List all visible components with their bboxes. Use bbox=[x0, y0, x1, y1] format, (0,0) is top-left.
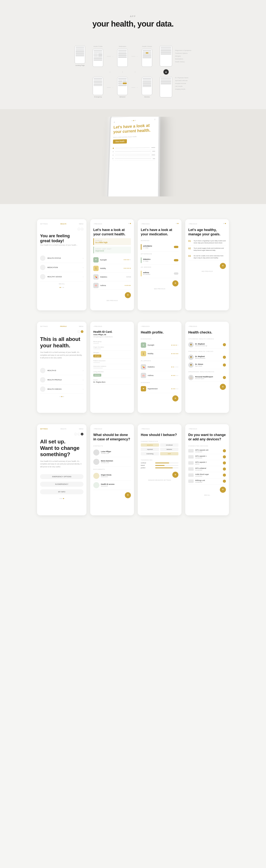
id-patient-doc: Patient Document bbox=[93, 359, 131, 364]
nav-menu[interactable]: MENU bbox=[79, 223, 83, 225]
tag-talkative[interactable]: talkative bbox=[160, 448, 178, 451]
emergency-options-btn[interactable]: EMERGENCY OPTIONS bbox=[40, 474, 83, 479]
nav-health[interactable]: HEALTH bbox=[60, 223, 66, 225]
devices-list-label: CONNECTED DEVICES bbox=[188, 445, 226, 447]
wf-connector-3: → bbox=[107, 87, 113, 89]
home-menu-medication[interactable]: MEDICATION › bbox=[40, 263, 83, 272]
section-divider-2 bbox=[0, 196, 266, 204]
add-profile-btn[interactable]: + bbox=[172, 395, 178, 401]
add-emerg-btn[interactable]: + bbox=[125, 492, 131, 498]
patient-name: Anne Pfliger, 65 bbox=[93, 334, 131, 336]
id-nav-back[interactable]: ‹ PREVIOUS bbox=[93, 326, 102, 327]
check-previous-2: 👨‍⚕️ Dr. Simon Eye check › bbox=[188, 361, 226, 369]
add-checks-btn[interactable]: + bbox=[220, 384, 226, 390]
health-nav-back[interactable]: ‹ PREVIOUS bbox=[93, 223, 102, 225]
add-goal-btn[interactable]: + bbox=[220, 263, 226, 269]
med-screen-title: Let's have a look atyour medication. bbox=[141, 228, 178, 237]
bar-fill-confuse bbox=[155, 463, 169, 463]
check-upcoming-1: 👨‍⚕️ Dr. Meghani General check-up › bbox=[188, 341, 226, 349]
device-arrow-6[interactable]: › bbox=[223, 479, 226, 483]
id-allergies: Allergies allergies bbox=[93, 350, 131, 359]
home-menu-advice[interactable]: HEALTHY ADVICE › bbox=[40, 272, 83, 281]
profile-link-profile[interactable]: HEALTH PROFILE › bbox=[40, 375, 83, 384]
tag-assertive[interactable]: assertive bbox=[141, 443, 159, 446]
profile-link-checks[interactable]: HEALTH CHECKS › bbox=[40, 384, 83, 394]
profile-hypertension-icon: ❤ bbox=[141, 386, 146, 392]
check-arrow-1[interactable]: › bbox=[223, 343, 226, 346]
devices-screen-card: ‹ PREVIOUS Do you want to change or add … bbox=[185, 424, 229, 515]
wf-label-landing: Landing Page bbox=[75, 65, 85, 66]
add-device-btn[interactable]: + bbox=[220, 487, 226, 493]
tag-brief[interactable]: brief bbox=[160, 452, 178, 455]
behavior-nav-back[interactable]: ‹ PREVIOUS bbox=[141, 428, 150, 430]
settings-nav-health[interactable]: HEALTH bbox=[60, 428, 66, 430]
check-arrow-2[interactable]: › bbox=[223, 356, 226, 359]
status-indicator: STATUS is a little high bbox=[93, 238, 131, 245]
id-card-screen: ‹ PREVIOUS Health ID Card. Anne Pfliger,… bbox=[90, 322, 134, 413]
profile-eyesight-icon: 👁 bbox=[141, 342, 146, 348]
behavior-inner: ‹ PREVIOUS How should I behave? CHARACTE… bbox=[138, 424, 181, 485]
checks-nav-back[interactable]: ‹ PREVIOUS bbox=[188, 326, 197, 327]
home-greeting: You are feelinggreat today! bbox=[40, 234, 83, 243]
bar-label-brand: brand bbox=[141, 464, 154, 466]
device-gps-unit: GPS capsule unit connected › bbox=[188, 448, 226, 454]
med-nav-back[interactable]: ‹ PREVIOUS bbox=[141, 223, 150, 225]
device-arrow-4[interactable]: › bbox=[223, 467, 226, 470]
health-profile-inner: ‹ PREVIOUS Health profile. DIAGNOSES 👁 E… bbox=[138, 322, 181, 405]
in-emergency-btn[interactable]: IN EMERGENCY bbox=[40, 482, 83, 487]
device-arrow-5[interactable]: › bbox=[223, 473, 226, 476]
med-toggle-2[interactable] bbox=[174, 259, 178, 261]
health-status-arrow: › bbox=[83, 257, 83, 259]
device-info-3: GPS capsule 2 paired bbox=[195, 461, 221, 465]
phone-action-btn[interactable]: View Health bbox=[113, 139, 127, 144]
device-arrow-1[interactable]: › bbox=[223, 449, 226, 452]
profile-page-dots: 1 2 bbox=[40, 330, 83, 333]
section-divider-1 bbox=[0, 109, 266, 117]
tag-emotional[interactable]: emotional bbox=[160, 443, 178, 446]
profile-nav-settings[interactable]: SETTINGS bbox=[40, 326, 48, 327]
diabetics-status: normal bbox=[126, 276, 131, 278]
med-toggle-1[interactable] bbox=[174, 246, 178, 248]
nav-settings[interactable]: SETTINGS bbox=[40, 223, 48, 225]
add-med-btn[interactable]: + bbox=[172, 280, 178, 286]
wf-label-behavior: Behavior bbox=[119, 96, 126, 98]
home-menu-health-status[interactable]: HEALTH STATUS › bbox=[40, 254, 83, 263]
profile-mobility-stars: ★★★★★ bbox=[171, 353, 178, 354]
tag-reported[interactable]: reported bbox=[141, 448, 159, 451]
add-health-btn[interactable]: + bbox=[125, 292, 131, 298]
goal-2: 02 Try to avoid sugary foods and medicin… bbox=[188, 246, 226, 253]
profile-asthma-label: Asthma bbox=[148, 374, 170, 376]
id-link-label: HEALTH ID bbox=[47, 370, 81, 371]
phone-banner: ◀ ☰ Let's have a look atyour current hea… bbox=[0, 117, 266, 196]
medication-label: MEDICATION bbox=[47, 267, 81, 269]
profile-big-title: This is all aboutyour health. bbox=[40, 336, 83, 349]
device-arrow-2[interactable]: › bbox=[223, 455, 226, 458]
id-nav: ‹ PREVIOUS bbox=[93, 326, 131, 327]
wf-phone-emergency bbox=[93, 77, 103, 95]
med-name-1: amlodipine bbox=[143, 245, 172, 247]
profile-link-id[interactable]: HEALTH ID › bbox=[40, 366, 83, 375]
goals-screen-title: Let's age healthy,manage your goals. bbox=[188, 228, 226, 237]
settings-nav-settings[interactable]: SETTINGS bbox=[40, 428, 48, 430]
add-behavior-btn[interactable]: + bbox=[172, 472, 178, 478]
screens-row-1: SETTINGS HEALTH MENU 1 2 You are feeling… bbox=[11, 219, 255, 310]
tag-examining[interactable]: examining bbox=[141, 452, 159, 455]
settings-nav-menu[interactable]: MENU bbox=[79, 428, 83, 430]
upcoming-label: UPCOMING HEALTH CHECKS bbox=[188, 338, 226, 340]
my-info-btn[interactable]: MY INFO bbox=[40, 489, 83, 494]
profile-nav-active[interactable]: PROFILE bbox=[60, 326, 67, 327]
emerg-nav-back[interactable]: ‹ PREVIOUS bbox=[93, 428, 102, 430]
med-toggle-3[interactable] bbox=[174, 272, 178, 275]
devices-nav-back[interactable]: ‹ PREVIOUS bbox=[188, 428, 197, 430]
check-arrow-4[interactable]: › bbox=[223, 376, 226, 379]
wf-node-checks: Health Checks bbox=[142, 45, 152, 67]
check-arrow-3[interactable]: › bbox=[223, 364, 226, 367]
device-icon-2 bbox=[188, 455, 194, 459]
behavior-bars-label: TENDENCIES bbox=[141, 459, 178, 461]
device-arrow-3[interactable]: › bbox=[223, 461, 226, 464]
profile-nav-menu[interactable]: MENU bbox=[79, 326, 83, 327]
med-dot-1 bbox=[176, 223, 177, 224]
hprofile-nav-back[interactable]: ‹ PREVIOUS bbox=[141, 326, 150, 327]
goals-nav-back[interactable]: ‹ PREVIOUS bbox=[188, 223, 197, 225]
wf-phone-landing bbox=[75, 45, 85, 64]
